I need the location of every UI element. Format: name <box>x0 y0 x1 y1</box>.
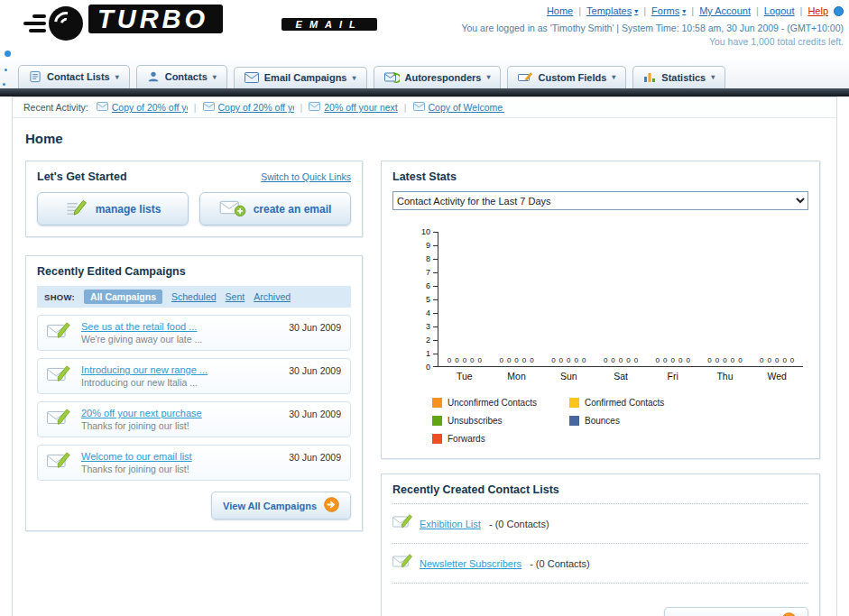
envelope-icon <box>309 102 320 113</box>
recent-activity-link[interactable]: Copy of 20% off yo <box>218 102 294 113</box>
tab-label: Email Campaigns <box>264 72 347 83</box>
arrow-right-icon <box>324 497 339 514</box>
campaign-title-link[interactable]: 20% off your next purchase <box>81 408 202 418</box>
manage-lists-label: manage lists <box>96 203 161 216</box>
legend-item: Bounces <box>569 416 706 426</box>
filter-archived[interactable]: Archived <box>254 291 291 302</box>
tab-label: Statistics <box>661 72 706 83</box>
chevron-down-icon: ▾ <box>634 7 638 15</box>
manage-lists-button[interactable]: manage lists <box>37 192 189 225</box>
chart-value-label: 0 <box>731 356 734 364</box>
logo-swoosh-icon <box>49 6 83 41</box>
chart-bar-group: 00000 <box>438 232 491 366</box>
logo-subtitle: EMAIL <box>281 18 377 31</box>
recent-activity-item[interactable]: Copy of Welcome to <box>413 102 504 113</box>
contact-activity-chart: 109876543210 000000000000000000000000000… <box>420 232 803 444</box>
campaign-title-link[interactable]: Welcome to our email list <box>81 451 192 462</box>
envelope-icon <box>413 102 425 113</box>
campaigns-panel-title: Recently Edited Campaigns <box>37 265 351 278</box>
legend-swatch <box>569 416 579 426</box>
nav-link-templates[interactable]: Templates▾ <box>586 5 638 16</box>
tab-contacts[interactable]: Contacts ▾ <box>136 65 227 88</box>
chart-bar-group: 00000 <box>595 232 647 366</box>
chart-x-tick-label: Mon <box>491 367 543 382</box>
nav-link-help[interactable]: Help <box>807 5 828 16</box>
nav-link-forms[interactable]: Forms▾ <box>651 5 686 16</box>
create-email-label: create an email <box>254 203 332 216</box>
nav-link-my-account[interactable]: My Account <box>699 5 751 16</box>
nav-separator: | <box>643 5 646 16</box>
chart-value-label: 0 <box>663 356 667 364</box>
see-all-contact-lists-button[interactable]: See All Contact Lists <box>664 607 808 616</box>
contact-lists-panel-title: Recently Created Contact Lists <box>392 483 808 496</box>
recent-activity-link[interactable]: 20% off your next <box>324 102 398 113</box>
chart-value-label: 0 <box>678 356 682 364</box>
create-email-button[interactable]: create an email <box>199 192 351 225</box>
contact-activity-select[interactable]: Contact Activity for the Last 7 Days <box>392 191 808 210</box>
chart-value-label: 0 <box>775 356 779 364</box>
tab-contact-lists[interactable]: Contact Lists ▾ <box>18 65 130 88</box>
nav-link-logout[interactable]: Logout <box>764 5 795 16</box>
tab-custom-fields[interactable]: Custom Fields ▾ <box>507 66 626 88</box>
legend-item: Unsubscribes <box>432 416 569 426</box>
legend-swatch <box>432 416 442 426</box>
view-all-campaigns-label: View All Campaigns <box>223 501 317 511</box>
chart-value-label: 0 <box>582 356 586 364</box>
recent-activity-item[interactable]: Copy of 20% off yo <box>97 102 188 113</box>
logo-antenna-decoration <box>5 51 11 57</box>
nav-separator: | <box>756 5 759 16</box>
campaign-list-item[interactable]: See us at the retail food ... We're givi… <box>37 315 351 351</box>
view-all-campaigns-button[interactable]: View All Campaigns <box>211 492 351 519</box>
chart-value-label: 0 <box>760 356 763 364</box>
campaign-list-item[interactable]: Introducing our new range ... Introducin… <box>37 358 351 394</box>
chart-value-label: 0 <box>738 356 742 364</box>
recent-activity-link[interactable]: Copy of 20% off yo <box>112 102 188 113</box>
recent-activity-label: Recent Activity: <box>23 102 88 113</box>
chart-value-label: 0 <box>507 356 511 364</box>
filter-sent[interactable]: Sent <box>226 291 245 302</box>
chart-value-label: 0 <box>671 356 675 364</box>
envelope-pencil-icon <box>47 364 72 388</box>
turbo-email-logo[interactable]: TURBO EMAIL <box>23 4 377 41</box>
tab-statistics[interactable]: Statistics ▾ <box>632 66 725 88</box>
chart-value-label: 0 <box>656 356 660 364</box>
show-label: SHOW: <box>44 292 75 302</box>
tab-autoresponders[interactable]: Autoresponders ▾ <box>374 66 502 88</box>
top-nav: Home | Templates▾ | Forms▾ | My Account … <box>461 5 844 16</box>
campaign-list-item[interactable]: Welcome to our email list Thanks for joi… <box>37 445 351 481</box>
legend-label: Unsubscribes <box>448 416 503 426</box>
campaign-title-link[interactable]: See us at the retail food ... <box>81 321 202 332</box>
help-icon[interactable] <box>834 6 844 16</box>
recent-activity-link[interactable]: Copy of Welcome to <box>429 102 504 113</box>
contact-list-item[interactable]: Newsletter Subscribers - (0 Contacts) <box>392 551 808 575</box>
tab-email-campaigns[interactable]: Email Campaigns ▾ <box>234 67 367 88</box>
chart-value-label: 0 <box>634 356 638 364</box>
logo-text: TURBO EMAIL <box>88 4 377 35</box>
envelope-pencil-icon <box>392 513 414 534</box>
content-frame: Recent Activity: Copy of 20% off yo | Co… <box>12 97 837 616</box>
chevron-down-icon: ▾ <box>711 73 715 81</box>
campaign-title-link[interactable]: Introducing our new range ... <box>81 364 208 375</box>
filter-scheduled[interactable]: Scheduled <box>171 291 217 302</box>
contact-list-link[interactable]: Exhibition List <box>420 519 481 529</box>
logo-title: TURBO <box>88 5 223 33</box>
campaign-list-item[interactable]: 20% off your next purchase Thanks for jo… <box>37 401 351 437</box>
main-nav-tabs: Contact Lists ▾ Contacts ▾ Email Campaig… <box>0 58 849 88</box>
recent-activity-item[interactable]: 20% off your next <box>309 102 398 113</box>
person-icon <box>147 70 160 83</box>
contact-list-item[interactable]: Exhibition List - (0 Contacts) <box>392 511 808 536</box>
chart-x-tick-label: Tue <box>438 367 491 382</box>
login-info: You are logged in as 'Timothy Smith' | S… <box>461 23 844 33</box>
switch-to-quick-links-link[interactable]: Switch to Quick Links <box>261 171 351 182</box>
recent-activity-item[interactable]: Copy of 20% off yo <box>203 102 294 113</box>
campaign-subtitle: Introducing our new Italia ... <box>81 377 208 388</box>
filter-all-campaigns[interactable]: All Campaigns <box>84 290 162 304</box>
field-pencil-icon <box>518 71 532 83</box>
chart-bar-group: 00000 <box>699 232 752 366</box>
chart-value-label: 0 <box>463 356 466 364</box>
nav-link-home[interactable]: Home <box>547 5 573 16</box>
contact-list-link[interactable]: Newsletter Subscribers <box>420 558 521 569</box>
legend-label: Bounces <box>585 416 620 426</box>
chart-y-axis: 109876543210 <box>420 232 438 367</box>
chart-value-label: 0 <box>559 356 563 364</box>
